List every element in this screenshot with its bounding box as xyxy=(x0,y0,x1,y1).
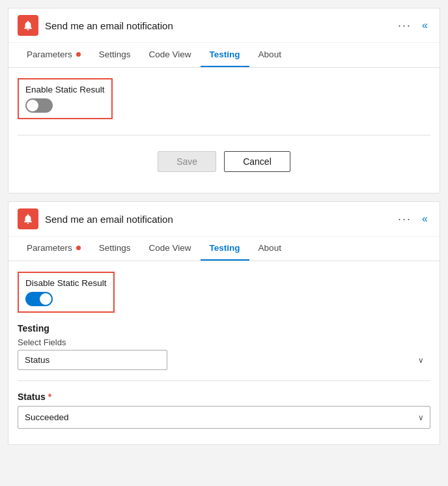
card-1-more-button[interactable]: ··· xyxy=(395,18,414,34)
card-2-tabs: Parameters Settings Code View Testing Ab… xyxy=(8,236,440,261)
tab-codeview-1[interactable]: Code View xyxy=(140,43,201,67)
tab-about-1[interactable]: About xyxy=(249,43,290,67)
tab-parameters-2[interactable]: Parameters xyxy=(18,236,90,261)
select-fields-dropdown[interactable]: Status xyxy=(18,350,167,370)
card-1-body: Enable Static Result Save Cancel xyxy=(8,68,440,193)
card-1: Send me an email notification ··· « Para… xyxy=(8,8,440,193)
select-fields-chevron-icon: ∨ xyxy=(418,356,424,365)
card-1-header: Send me an email notification ··· « xyxy=(8,8,440,43)
status-select-wrap: Succeeded Failed Skipped TimedOut ∨ xyxy=(18,406,430,429)
bell-svg xyxy=(22,20,34,31)
status-required-label: Status * xyxy=(18,392,430,402)
card-1-buttons: Save Cancel xyxy=(18,146,430,182)
card-2-body: Disable Static Result Testing Select Fie… xyxy=(8,261,440,444)
cancel-button-1[interactable]: Cancel xyxy=(224,151,290,172)
tab-testing-1[interactable]: Testing xyxy=(201,43,249,67)
parameters-dot-2 xyxy=(76,246,81,250)
testing-section-heading: Testing xyxy=(18,323,430,334)
toggle-slider-1 xyxy=(25,98,53,113)
tab-about-2[interactable]: About xyxy=(249,236,290,261)
bell-icon-1 xyxy=(18,15,38,36)
static-result-section-1: Enable Static Result xyxy=(18,78,113,119)
status-dropdown[interactable]: Succeeded Failed Skipped TimedOut xyxy=(18,406,430,429)
bell-icon-2 xyxy=(18,208,38,229)
card-2-title: Send me an email notification xyxy=(45,214,389,225)
toggle-slider-2 xyxy=(25,292,53,306)
static-result-section-2: Disable Static Result xyxy=(18,272,115,313)
card-2-collapse-button[interactable]: « xyxy=(419,212,430,226)
save-button-1: Save xyxy=(158,151,216,172)
tab-settings-1[interactable]: Settings xyxy=(90,43,140,67)
tab-codeview-2[interactable]: Code View xyxy=(140,236,201,261)
card-2-header: Send me an email notification ··· « xyxy=(8,202,440,236)
tab-settings-2[interactable]: Settings xyxy=(90,236,140,261)
card-2: Send me an email notification ··· « Para… xyxy=(8,201,440,445)
card-1-actions: ··· « xyxy=(395,18,430,34)
required-star: * xyxy=(48,392,51,402)
card-2-more-button[interactable]: ··· xyxy=(395,211,414,227)
select-fields-label: Select Fields xyxy=(18,337,430,347)
card-1-tabs: Parameters Settings Code View Testing Ab… xyxy=(8,43,440,68)
tab-parameters-1[interactable]: Parameters xyxy=(18,43,90,67)
card-1-collapse-button[interactable]: « xyxy=(419,18,430,33)
select-fields-wrap: Status ∨ xyxy=(18,350,430,370)
parameters-dot-1 xyxy=(76,52,81,57)
disable-static-result-label: Disable Static Result xyxy=(25,278,107,288)
card-2-actions: ··· « xyxy=(395,211,430,227)
card-1-title: Send me an email notification xyxy=(45,20,389,31)
bell-svg-2 xyxy=(22,213,34,225)
divider-1 xyxy=(18,135,430,136)
divider-2 xyxy=(18,380,430,381)
enable-static-result-label: Enable Static Result xyxy=(25,85,105,94)
enable-static-result-toggle[interactable] xyxy=(25,98,53,113)
tab-testing-2[interactable]: Testing xyxy=(201,236,249,261)
disable-static-result-toggle[interactable] xyxy=(25,292,53,306)
